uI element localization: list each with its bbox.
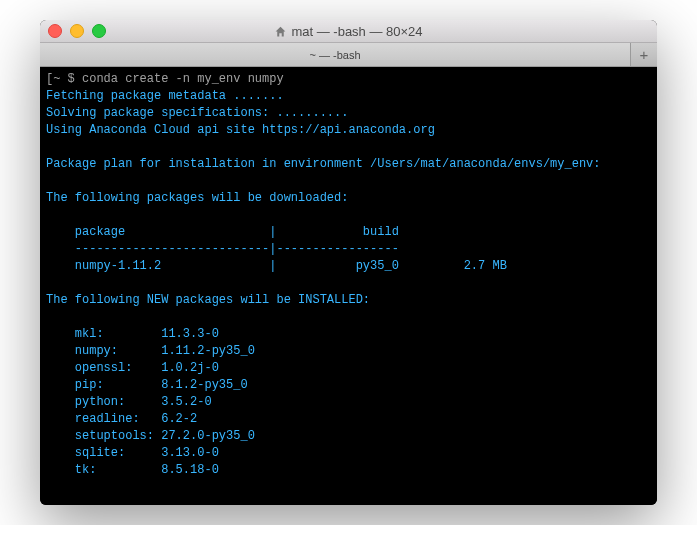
maximize-button[interactable] (92, 24, 106, 38)
term-line: openssl: 1.0.2j-0 (46, 361, 219, 375)
term-line: Using Anaconda Cloud api site https://ap… (46, 123, 435, 137)
term-line: Solving package specifications: ........… (46, 106, 348, 120)
term-line: tk: 8.5.18-0 (46, 463, 219, 477)
term-line: ---------------------------|------------… (46, 242, 399, 256)
tab-bash[interactable]: ~ — -bash (40, 43, 631, 66)
term-line: python: 3.5.2-0 (46, 395, 212, 409)
window-title: mat — -bash — 80×24 (40, 24, 657, 39)
term-line: package | build (46, 225, 399, 239)
terminal-body[interactable]: [~ $ conda create -n my_env numpy Fetchi… (40, 67, 657, 505)
terminal-output: [~ $ conda create -n my_env numpy Fetchi… (46, 71, 651, 479)
term-line: numpy: 1.11.2-py35_0 (46, 344, 255, 358)
term-line: pip: 8.1.2-py35_0 (46, 378, 248, 392)
window-title-text: mat — -bash — 80×24 (291, 24, 422, 39)
close-button[interactable] (48, 24, 62, 38)
minimize-button[interactable] (70, 24, 84, 38)
traffic-lights (48, 24, 106, 38)
term-line: sqlite: 3.13.0-0 (46, 446, 219, 460)
term-line: numpy-1.11.2 | py35_0 2.7 MB (46, 259, 507, 273)
term-line: mkl: 11.3.3-0 (46, 327, 219, 341)
term-line: The following NEW packages will be INSTA… (46, 293, 370, 307)
terminal-window: mat — -bash — 80×24 ~ — -bash + [~ $ con… (40, 20, 657, 505)
term-line: Fetching package metadata ....... (46, 89, 284, 103)
term-line: setuptools: 27.2.0-py35_0 (46, 429, 255, 443)
term-line: readline: 6.2-2 (46, 412, 197, 426)
tab-label: ~ — -bash (309, 49, 360, 61)
prompt-line: [~ $ conda create -n my_env numpy (46, 72, 284, 86)
tabbar: ~ — -bash + (40, 43, 657, 67)
term-line: Package plan for installation in environ… (46, 157, 601, 171)
plus-icon: + (640, 46, 649, 63)
titlebar[interactable]: mat — -bash — 80×24 (40, 20, 657, 43)
add-tab-button[interactable]: + (631, 43, 657, 66)
term-line: The following packages will be downloade… (46, 191, 348, 205)
home-icon (274, 25, 287, 38)
